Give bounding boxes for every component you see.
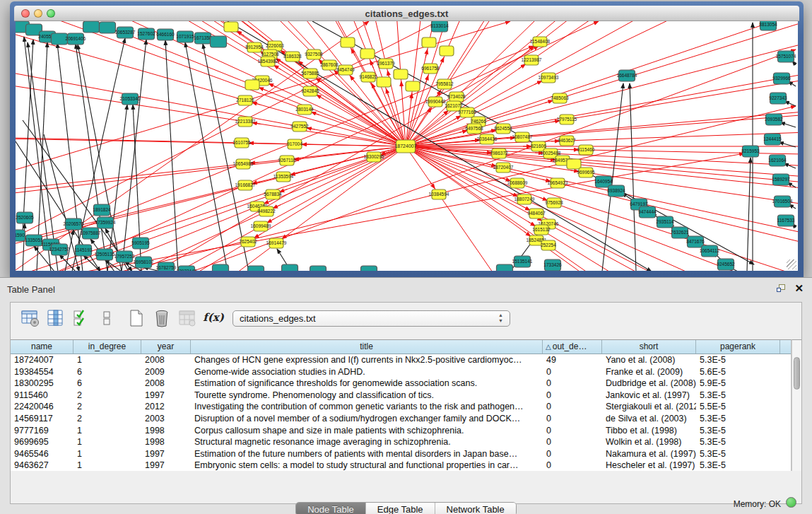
graph-node[interactable]: 1071915 — [176, 31, 194, 42]
graph-node[interactable]: 10807487 — [512, 132, 533, 142]
graph-node[interactable]: 9146821 — [359, 72, 377, 82]
graph-node[interactable]: 20364436 — [477, 134, 498, 144]
table-row[interactable]: 2242004622012Investigating the contribut… — [11, 401, 791, 413]
graph-node[interactable] — [282, 264, 298, 271]
graph-node[interactable]: 10384594 — [429, 189, 449, 199]
graph-node[interactable]: 12923448 — [177, 266, 197, 271]
graph-node[interactable] — [406, 81, 420, 91]
graph-node[interactable]: 10973493 — [539, 73, 559, 83]
graph-node[interactable]: 12213387 — [235, 117, 256, 127]
graph-node[interactable]: 10975887 — [81, 228, 101, 239]
graph-node[interactable]: 8624554 — [494, 124, 512, 134]
table-row[interactable]: 1872400712008Changes of HCN gene express… — [11, 354, 791, 366]
graph-node[interactable]: 18720407 — [493, 163, 514, 173]
column-header-short[interactable]: short — [602, 340, 696, 354]
graph-node[interactable]: 9242845 — [301, 86, 319, 96]
graph-node[interactable]: 9484067 — [527, 209, 546, 218]
graph-node[interactable]: 1167533 — [777, 215, 795, 226]
graph-node[interactable]: 5905195 — [131, 238, 150, 249]
rows-icon[interactable] — [97, 308, 117, 328]
graph-node[interactable]: 10653287 — [115, 27, 136, 38]
graph-node[interactable]: 1589297 — [772, 174, 790, 185]
graph-node[interactable]: 9756928 — [545, 198, 563, 208]
network-canvas[interactable]: 2405572206914061065328715276026466160107… — [16, 21, 798, 271]
graph-node[interactable]: 2718126 — [236, 95, 254, 105]
row-selection-icon[interactable] — [71, 308, 91, 328]
graph-node[interactable]: 20206576 — [64, 218, 84, 230]
table-row[interactable]: 1456911722003Disruption of a novel membe… — [11, 413, 791, 425]
graph-node[interactable]: 252254 — [541, 240, 556, 250]
graph-node[interactable] — [100, 22, 116, 33]
graph-node[interactable] — [211, 36, 227, 47]
graph-node[interactable]: 2520605 — [16, 212, 34, 223]
graph-node[interactable]: 17016504 — [772, 196, 793, 207]
graph-node[interactable]: 5675885 — [301, 69, 319, 78]
table-select-dropdown[interactable]: citations_edges.txt ▲▼ — [233, 310, 510, 327]
node-table[interactable]: namein_degreeyeartitle△out_de…shortpager… — [11, 339, 792, 471]
graph-node[interactable] — [83, 21, 100, 33]
graph-node[interactable]: 9699695 — [577, 168, 595, 177]
table-settings-icon[interactable] — [20, 308, 40, 328]
graph-hub-node[interactable]: 18724007 — [394, 140, 416, 153]
graph-node[interactable]: 10654985 — [233, 159, 254, 169]
window-titlebar[interactable]: citations_edges.txt — [14, 6, 799, 21]
graph-node[interactable] — [497, 264, 513, 271]
memory-ok-icon[interactable] — [786, 497, 796, 508]
graph-node[interactable]: 1891824 — [93, 204, 111, 216]
graph-node[interactable]: 16099489 — [251, 221, 271, 231]
graph-node[interactable]: 16648784 — [617, 70, 637, 81]
graph-node[interactable]: 2867608 — [320, 60, 339, 70]
graph-node[interactable]: 6497568 — [465, 124, 483, 134]
delete-table-icon[interactable] — [152, 308, 172, 328]
column-header-pagerank[interactable]: pagerank — [696, 340, 780, 354]
graph-node[interactable]: 9115460 — [577, 145, 595, 155]
close-panel-icon[interactable]: ✕ — [794, 282, 804, 295]
graph-node[interactable]: 1671358 — [194, 33, 212, 44]
graph-node[interactable]: 15751074 — [776, 51, 796, 62]
graph-node[interactable]: 7485063 — [551, 93, 569, 103]
table-row[interactable]: 946554611997Estimation of the future num… — [11, 448, 791, 460]
graph-node[interactable]: 2803144 — [295, 105, 314, 115]
graph-node[interactable] — [394, 69, 408, 79]
graph-node[interactable]: 1621064 — [768, 155, 787, 166]
graph-node[interactable] — [360, 49, 375, 59]
graph-node[interactable]: 16914479 — [266, 238, 287, 248]
graph-node[interactable]: 8938924 — [607, 185, 625, 197]
scrollbar-thumb[interactable] — [794, 357, 800, 390]
graph-node[interactable]: 9777169 — [458, 107, 476, 117]
table-row[interactable]: 969969511998Structural magnetic resonanc… — [11, 436, 791, 448]
graph-node[interactable]: 9227343 — [769, 93, 787, 104]
graph-node[interactable] — [310, 266, 326, 271]
graph-node[interactable]: 1244415 — [763, 134, 782, 145]
graph-node[interactable]: 9245652 — [717, 259, 735, 270]
graph-node[interactable]: 917004 — [287, 139, 302, 149]
graph-node[interactable]: 19654923 — [548, 178, 568, 188]
citation-network-graph[interactable]: 2405572206914061065328715276026466160107… — [16, 21, 798, 271]
table-row[interactable]: 911546021997Tourette syndrome. Phenomeno… — [11, 390, 791, 402]
graph-node[interactable]: 1145193 — [75, 245, 93, 256]
graph-node[interactable] — [245, 80, 259, 90]
graph-node[interactable] — [440, 46, 454, 56]
graph-node[interactable]: 2935114 — [657, 216, 674, 228]
graph-node[interactable]: 1961379 — [377, 59, 395, 69]
graph-node[interactable]: 6961758 — [421, 64, 440, 74]
table-row[interactable]: 1830029562008Estimation of significance … — [11, 378, 791, 390]
column-header-year[interactable]: year — [141, 340, 191, 354]
graph-node[interactable] — [361, 266, 377, 271]
graph-node[interactable]: 1610755 — [233, 138, 251, 148]
graph-node[interactable]: 12505135 — [95, 249, 115, 260]
graph-node[interactable] — [248, 266, 264, 271]
graph-node[interactable] — [422, 37, 436, 47]
graph-node[interactable]: 10688609 — [507, 178, 528, 188]
graph-node[interactable]: 1615132 — [532, 225, 551, 235]
graph-node[interactable]: 9463627 — [558, 136, 576, 146]
graph-node[interactable]: 7632621 — [671, 227, 689, 238]
function-builder-icon[interactable]: f(x) — [203, 308, 224, 328]
graph-node[interactable]: 9327508 — [305, 49, 323, 59]
graph-node[interactable]: 10654112 — [700, 245, 720, 257]
graph-node[interactable]: 18300295 — [364, 152, 384, 162]
graph-node[interactable]: 1733426 — [543, 259, 562, 271]
graph-node[interactable]: 5678834 — [264, 189, 282, 199]
graph-node[interactable] — [341, 37, 355, 47]
graph-node[interactable]: 21053346 — [120, 93, 141, 105]
